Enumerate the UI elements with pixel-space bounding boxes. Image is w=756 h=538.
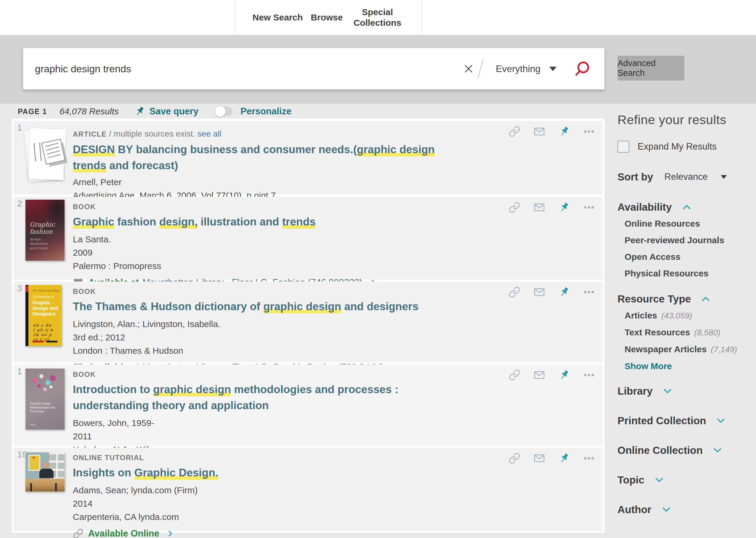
book-methodologies-thumbnail[interactable]: Graphic DesignMethodologies and Processe… (25, 368, 65, 430)
result-title-link[interactable]: The Thames & Hudson dictionary of graphi… (73, 298, 469, 315)
result-row: 19ONLINE TUTORIALInsights on Graphic Des… (14, 448, 603, 531)
advanced-search-button[interactable]: Advanced Search (617, 56, 685, 81)
sort-dropdown[interactable]: Relevance (665, 172, 708, 182)
sort-by-label: Sort by (617, 171, 653, 183)
pin-icon[interactable] (558, 286, 570, 298)
expand-my-results[interactable]: Expand My Results (617, 141, 748, 153)
pin-icon[interactable] (558, 201, 570, 213)
mail-icon[interactable] (533, 201, 545, 213)
facet-item[interactable]: Articles(43,059) (617, 307, 748, 324)
title-text: Insights on (73, 466, 134, 479)
see-all-link[interactable]: see all (197, 129, 221, 138)
pin-icon[interactable] (558, 369, 570, 381)
result-row: 1ARTICLE / multiple sources exist. see a… (14, 121, 603, 194)
results-bar: PAGE 1 64,078 Results Save query Persona… (12, 104, 292, 119)
facet-item[interactable]: Text Resources(8,580) (617, 324, 748, 341)
mail-icon[interactable] (533, 126, 545, 137)
chevron-right-icon (166, 529, 175, 538)
facet-item[interactable]: Online Resources (617, 215, 748, 232)
result-number: 1 (17, 366, 22, 376)
search-box: Everything (23, 48, 604, 89)
highlighted-term: Graphic (73, 216, 114, 229)
facet-section-label: Availability (617, 200, 672, 214)
facet-section-resource-type[interactable]: Resource Type (617, 293, 748, 305)
search-input[interactable] (34, 63, 463, 75)
result-number: 1 (17, 123, 22, 133)
link-icon[interactable] (508, 126, 520, 137)
facet-section-library[interactable]: Library (617, 385, 748, 398)
link-icon[interactable] (508, 201, 520, 213)
chevron-down-icon[interactable] (662, 386, 673, 397)
facet-item[interactable]: Newspaper Articles(7,149) (617, 341, 748, 358)
save-query-button[interactable]: Save query (150, 106, 198, 117)
article-stack-thumbnail[interactable] (25, 128, 67, 187)
result-row: 3The Thames & HudsonDictionary ofGraphic… (14, 282, 603, 362)
nav-item-browse[interactable]: Browse (311, 12, 343, 23)
link-icon (73, 528, 83, 538)
facet-item[interactable]: Open Access (617, 248, 748, 265)
result-actions (508, 369, 601, 381)
facet-item[interactable]: Peer-reviewed Journals (617, 232, 748, 248)
title-text: fashion (114, 216, 159, 228)
chevron-down-icon[interactable] (654, 475, 665, 485)
expand-results-checkbox[interactable] (617, 141, 629, 153)
facet-item[interactable]: Physical Resources (617, 265, 748, 282)
personalize-toggle[interactable] (215, 107, 233, 116)
facet-section-online-collection[interactable]: Online Collection (617, 444, 748, 457)
link-icon[interactable] (508, 369, 520, 381)
facet-section-label: Library (617, 385, 653, 398)
metadata-line: Arnell, Peter (73, 175, 499, 189)
ellipsis-icon[interactable] (583, 453, 595, 464)
chevron-up-icon[interactable] (700, 294, 711, 304)
ellipsis-icon[interactable] (583, 126, 595, 137)
video-tutorial-thumbnail[interactable] (25, 453, 65, 492)
save-query-pin-icon[interactable] (134, 106, 145, 117)
chevron-down-icon[interactable] (715, 415, 726, 426)
show-more-link[interactable]: Show More (617, 358, 748, 374)
book-fashion-thumbnail[interactable]: Graphicfashiondesign,illustrationand tre… (25, 200, 65, 261)
mail-icon[interactable] (533, 453, 545, 464)
metadata-line: 2014 (73, 497, 499, 510)
facet-section-printed-collection[interactable]: Printed Collection (617, 414, 748, 427)
search-icon[interactable] (574, 60, 591, 77)
facet-items: Online ResourcesPeer-reviewed JournalsOp… (617, 215, 748, 282)
pin-icon[interactable] (558, 126, 570, 137)
facet-section-availability[interactable]: Availability (617, 200, 748, 214)
mail-icon[interactable] (533, 369, 545, 381)
sort-caret-icon[interactable] (721, 175, 727, 179)
metadata-line: London : Thames & Hudson (73, 344, 499, 357)
clear-search-icon[interactable] (463, 63, 474, 74)
ellipsis-icon[interactable] (583, 286, 595, 298)
result-title-link[interactable]: Graphic fashion design, illustration and… (73, 214, 469, 230)
nav-item-special-collections[interactable]: Special Collections (351, 7, 404, 28)
resource-type-label: BOOK (73, 370, 499, 379)
result-title-link[interactable]: DESIGN BY balancing business and consume… (73, 141, 469, 174)
ellipsis-icon[interactable] (583, 201, 595, 213)
search-scope-dropdown[interactable]: Everything (496, 63, 541, 74)
link-icon[interactable] (508, 286, 520, 298)
availability-link[interactable]: Available Online (73, 528, 499, 538)
book-dictionary-thumbnail[interactable]: The Thames & HudsonDictionary ofGraphicD… (25, 285, 62, 346)
resource-type: BOOK (73, 287, 96, 296)
chevron-down-icon[interactable] (712, 445, 723, 456)
facet-section-topic[interactable]: Topic (617, 473, 748, 486)
metadata-line: Bowers, John, 1959- (73, 416, 499, 430)
highlighted-term: graphic design (153, 383, 231, 397)
ellipsis-icon[interactable] (583, 369, 595, 381)
resource-type-label: BOOK (73, 203, 499, 211)
pin-icon[interactable] (558, 453, 570, 464)
link-icon[interactable] (508, 453, 520, 464)
result-title-link[interactable]: Insights on Graphic Design. (73, 465, 469, 481)
result-metadata: Livingston, Alan.; Livingston, Isabella.… (73, 317, 499, 357)
resource-type-label: BOOK (73, 287, 499, 296)
personalize-button[interactable]: Personalize (240, 106, 291, 117)
chevron-down-icon[interactable] (661, 504, 672, 515)
mail-icon[interactable] (533, 286, 545, 298)
facet-item-label: Newspaper Articles (625, 344, 707, 354)
facet-section-author[interactable]: Author (617, 503, 748, 516)
chevron-up-icon[interactable] (682, 202, 692, 212)
scope-caret-icon[interactable] (549, 67, 556, 71)
nav-item-new-search[interactable]: New Search (253, 12, 303, 23)
result-title-link[interactable]: Introduction to graphic design methodolo… (73, 382, 469, 413)
availability-status: Available Online (88, 528, 159, 538)
